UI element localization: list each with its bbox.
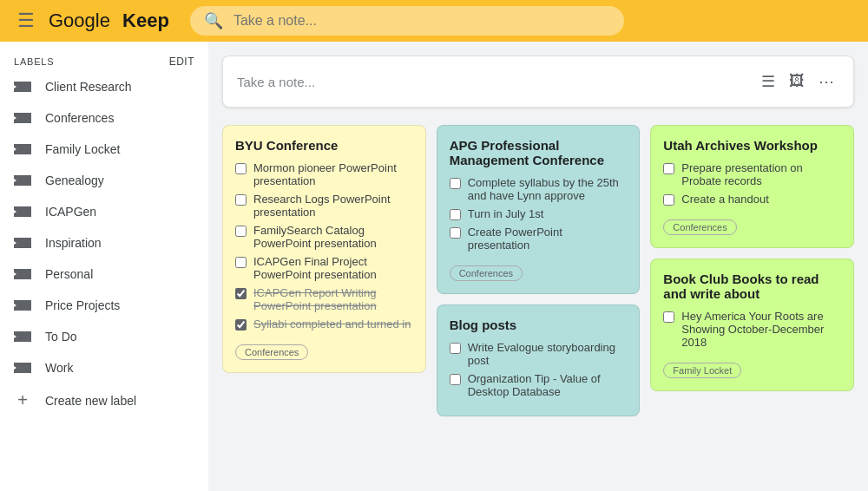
note-title: APG Professional Management Conference [450,138,628,167]
notes-col-2: APG Professional Management Conference C… [437,125,641,416]
label-icon [14,203,31,220]
checklist-checkbox[interactable] [663,194,674,206]
create-label-text: Create new label [45,394,136,408]
checklist-checkbox[interactable] [450,374,461,385]
checklist-checkbox[interactable] [663,163,674,174]
checklist-text: Research Logs PowerPoint presentation [253,193,413,219]
take-note-bar[interactable]: Take a note... ☰ 🖼 ⋯ [222,56,854,108]
topbar: ☰ Google Keep 🔍 [0,0,868,42]
note-title: Utah Archives Workshop [663,138,841,153]
plus-icon: + [14,390,31,410]
note-card-byu-conference[interactable]: BYU Conference Mormon pioneer PowerPoint… [222,125,426,373]
sidebar-item-client-research[interactable]: Client Research [0,71,198,102]
label-icon [14,234,31,252]
notes-col-1: BYU Conference Mormon pioneer PowerPoint… [222,125,426,373]
edit-labels-button[interactable]: EDIT [169,56,194,68]
note-tag: Family Locket [663,363,741,378]
note-card-apg-conference[interactable]: APG Professional Management Conference C… [437,125,641,294]
sidebar-item-price-projects[interactable]: Price Projects [0,290,198,321]
note-card-blog-posts[interactable]: Blog posts Write Evalogue storyboarding … [437,304,641,416]
search-icon: 🔍 [204,11,223,30]
note-tag: Conferences [450,265,523,281]
sidebar-item-personal[interactable]: Personal [0,259,198,290]
search-input[interactable] [233,13,581,29]
checklist-text: Hey America Your Roots are Showing Octob… [681,310,841,349]
sidebar-item-family-locket[interactable]: Family Locket [0,134,198,165]
checklist-checkbox[interactable] [663,311,674,323]
checklist-checkbox[interactable] [235,163,247,174]
sidebar-item-label: Work [45,361,73,375]
more-icon[interactable]: ⋯ [813,67,839,96]
label-icon [14,109,31,127]
labels-heading: Labels [14,56,54,67]
checklist-item: FamilySearch Catalog PowerPoint presenta… [235,224,413,250]
checklist-checkbox[interactable] [450,209,461,220]
checklist-item: Create a handout [663,193,841,206]
image-icon[interactable]: 🖼 [784,67,810,96]
label-icon [14,172,31,189]
sidebar-item-to-do[interactable]: To Do [0,321,198,352]
label-icon [14,78,31,95]
sidebar-item-label: Inspiration [45,236,102,250]
sidebar-item-genealogy[interactable]: Genealogy [0,165,198,196]
checklist-text: Prepare presentation on Probate records [681,161,841,187]
checklist-text: FamilySearch Catalog PowerPoint presenta… [253,224,413,250]
menu-icon[interactable]: ☰ [10,3,42,39]
label-icon [14,328,31,345]
note-card-utah-archives[interactable]: Utah Archives Workshop Prepare presentat… [650,125,854,248]
checklist-text: Create a handout [681,193,768,206]
label-icon [14,297,31,314]
create-label-item[interactable]: + Create new label [0,383,198,417]
sidebar-item-conferences[interactable]: Conferences [0,102,198,134]
checklist-checkbox[interactable] [450,227,461,239]
note-card-book-club[interactable]: Book Club Books to read and write about … [650,259,854,391]
checklist-text: Mormon pioneer PowerPoint presentation [253,161,413,187]
checklist-checkbox[interactable] [450,343,461,354]
app-title: Google Keep [49,10,169,32]
label-icon [14,359,31,376]
search-bar[interactable]: 🔍 [190,6,624,36]
notes-grid: BYU Conference Mormon pioneer PowerPoint… [222,125,854,416]
checklist-item: Turn in July 1st [450,207,628,220]
checklist-checkbox[interactable] [450,178,461,189]
checklist-checkbox[interactable] [235,257,247,268]
sidebar-item-icapgen[interactable]: ICAPGen [0,196,198,227]
checklist-checkbox[interactable] [235,288,247,299]
note-tag: Conferences [235,344,308,360]
label-icon [14,141,31,158]
checklist-text: Write Evalogue storyboarding post [468,341,628,367]
main-content: Take a note... ☰ 🖼 ⋯ BYU Conference Morm… [208,42,868,491]
sidebar-header: Labels EDIT [0,49,208,71]
checklist-checkbox[interactable] [235,194,247,206]
sidebar-item-label: Client Research [45,80,132,94]
checklist-text: Organization Tip - Value of Desktop Data… [468,372,628,398]
sidebar-item-label: To Do [45,330,77,344]
sidebar-item-work[interactable]: Work [0,352,198,383]
sidebar-item-label: Genealogy [45,173,104,187]
checklist-item: ICAPGen Report Writing PowerPoint presen… [235,286,413,312]
checklist-item: Mormon pioneer PowerPoint presentation [235,161,413,187]
sidebar-item-label: ICAPGen [45,205,96,219]
checklist-text: Create PowerPoint presentation [468,226,628,252]
checklist-item: ICAPGen Final Project PowerPoint present… [235,255,413,281]
checklist-checkbox[interactable] [235,319,247,331]
checklist-checkbox[interactable] [235,226,247,237]
checklist-item: Hey America Your Roots are Showing Octob… [663,310,841,349]
list-icon[interactable]: ☰ [756,67,780,96]
checklist-item: Organization Tip - Value of Desktop Data… [450,372,628,398]
sidebar-item-label: Personal [45,267,93,281]
sidebar-item-inspiration[interactable]: Inspiration [0,227,198,259]
sidebar-items: Client Research Conferences Family Locke… [0,71,208,383]
google-text: Google [49,10,110,32]
checklist-item: Complete syllabus by the 25th and have L… [450,176,628,202]
checklist-item: Prepare presentation on Probate records [663,161,841,187]
checklist-item: Write Evalogue storyboarding post [450,341,628,367]
checklist-text: Syllabi completed and turned in [253,318,411,331]
note-title: Book Club Books to read and write about [663,272,841,301]
checklist-text: ICAPGen Final Project PowerPoint present… [253,255,413,281]
checklist-item: Create PowerPoint presentation [450,226,628,252]
checklist-item: Syllabi completed and turned in [235,318,413,331]
sidebar-item-label: Price Projects [45,298,120,312]
notes-col-3: Utah Archives Workshop Prepare presentat… [650,125,854,391]
take-note-icons: ☰ 🖼 ⋯ [756,67,839,96]
